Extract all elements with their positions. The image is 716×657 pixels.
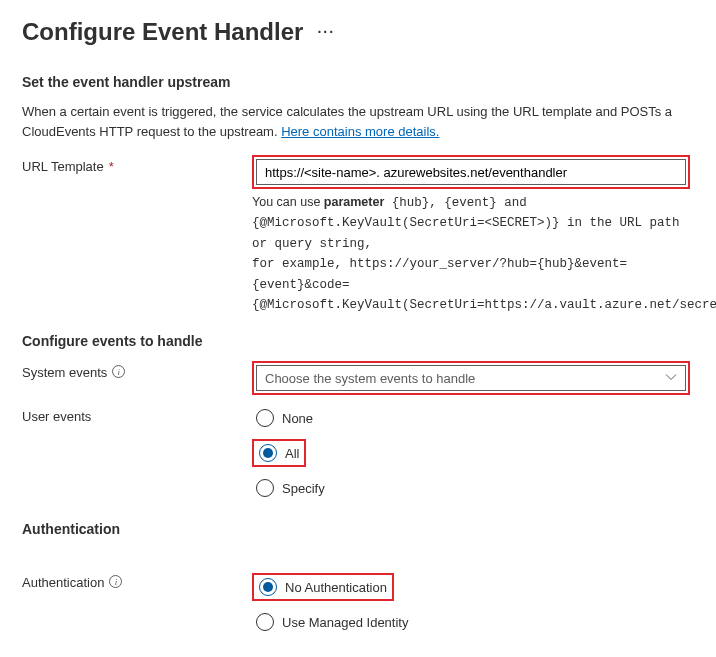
user-events-label-text: User events bbox=[22, 409, 91, 424]
auth-none-highlight: No Authentication bbox=[252, 573, 394, 601]
url-template-input[interactable] bbox=[256, 159, 686, 185]
auth-radio-group: No Authentication Use Managed Identity bbox=[252, 573, 694, 633]
system-events-label: System events i bbox=[22, 361, 252, 395]
radio-label: None bbox=[282, 411, 313, 426]
events-heading: Configure events to handle bbox=[22, 333, 694, 349]
radio-icon bbox=[259, 444, 277, 462]
user-events-none-radio[interactable]: None bbox=[252, 407, 317, 429]
more-icon[interactable]: ··· bbox=[317, 24, 335, 40]
info-icon[interactable]: i bbox=[109, 575, 122, 588]
upstream-heading: Set the event handler upstream bbox=[22, 74, 694, 90]
url-template-highlight bbox=[252, 155, 690, 189]
help-text-mono: {@Microsoft.KeyVault(SecretUri=https://a… bbox=[252, 298, 716, 312]
chevron-down-icon bbox=[665, 371, 677, 386]
system-events-highlight: Choose the system events to handle bbox=[252, 361, 690, 395]
user-events-label: User events bbox=[22, 405, 252, 499]
radio-label: No Authentication bbox=[285, 580, 387, 595]
help-text-mono: for example, https://your_server/?hub={h… bbox=[252, 257, 627, 291]
radio-label: All bbox=[285, 446, 299, 461]
url-template-help: You can use parameter {hub}, {event} and… bbox=[252, 193, 694, 315]
auth-label: Authentication i bbox=[22, 571, 252, 633]
radio-icon bbox=[256, 613, 274, 631]
page-title-text: Configure Event Handler bbox=[22, 18, 303, 46]
help-text-mono: {@Microsoft.KeyVault(SecretUri=<SECRET>)… bbox=[252, 216, 680, 250]
radio-icon bbox=[259, 578, 277, 596]
url-template-label-text: URL Template bbox=[22, 159, 104, 174]
radio-icon bbox=[256, 409, 274, 427]
auth-managed-radio[interactable]: Use Managed Identity bbox=[252, 611, 412, 633]
radio-icon bbox=[256, 479, 274, 497]
user-events-radio-group: None All Specify bbox=[252, 407, 694, 499]
required-indicator: * bbox=[109, 159, 114, 174]
url-template-label: URL Template * bbox=[22, 155, 252, 315]
user-events-all-highlight: All bbox=[252, 439, 306, 467]
upstream-details-link[interactable]: Here contains more details. bbox=[281, 124, 439, 139]
info-icon[interactable]: i bbox=[112, 365, 125, 378]
user-events-specify-radio[interactable]: Specify bbox=[252, 477, 329, 499]
user-events-all-radio[interactable]: All bbox=[255, 442, 303, 464]
system-events-label-text: System events bbox=[22, 365, 107, 380]
page-title: Configure Event Handler ··· bbox=[22, 18, 694, 46]
help-text-mono: {hub}, {event} and bbox=[384, 196, 527, 210]
upstream-description: When a certain event is triggered, the s… bbox=[22, 102, 694, 141]
help-text-segment: You can use bbox=[252, 195, 324, 209]
auth-label-text: Authentication bbox=[22, 575, 104, 590]
auth-heading: Authentication bbox=[22, 521, 694, 537]
system-events-placeholder: Choose the system events to handle bbox=[265, 371, 475, 386]
auth-none-radio[interactable]: No Authentication bbox=[255, 576, 391, 598]
radio-label: Use Managed Identity bbox=[282, 615, 408, 630]
help-text-bold: parameter bbox=[324, 195, 384, 209]
radio-label: Specify bbox=[282, 481, 325, 496]
system-events-dropdown[interactable]: Choose the system events to handle bbox=[256, 365, 686, 391]
